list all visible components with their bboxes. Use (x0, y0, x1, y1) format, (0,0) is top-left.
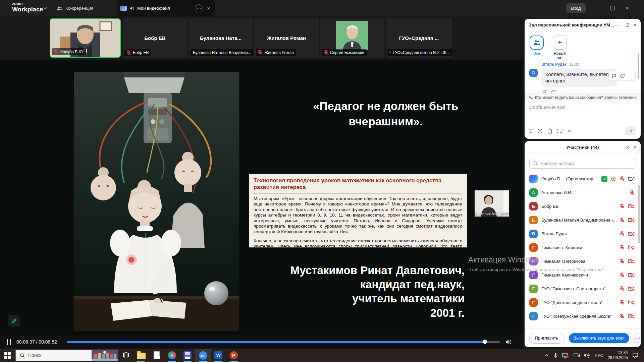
mic-off-icon[interactable] (619, 258, 625, 264)
tray-expand-icon[interactable] (544, 354, 549, 357)
volume-icon[interactable] (584, 353, 590, 358)
participant-row[interactable]: ГГУО "Довская средняя школа" (525, 296, 638, 309)
participant-row[interactable]: ВВіталь Рудак (525, 227, 638, 241)
floating-video-thumbnail[interactable]: Виктория Мастабай (475, 190, 509, 217)
camera-off-icon[interactable] (628, 231, 635, 237)
participants-more-button[interactable]: ··· (634, 333, 640, 343)
new-chat-button[interactable]: + Новый чат (552, 36, 567, 59)
video-tile[interactable]: Буланова Ната... Буланова Наталья Владим… (189, 18, 253, 58)
camera-icon[interactable] (628, 176, 635, 182)
video-tile[interactable]: Бобр ЕВ Бобр ЕВ (123, 18, 187, 58)
mic-off-icon[interactable] (619, 231, 625, 237)
camera-off-icon[interactable] (628, 245, 635, 250)
task-view-button[interactable] (118, 349, 133, 362)
format-text-icon[interactable]: T (529, 128, 533, 134)
zoom-app-button[interactable]: zm (195, 349, 211, 362)
volume-icon[interactable] (505, 339, 513, 345)
participants-close-icon[interactable]: × (634, 144, 637, 150)
annotate-pencil-button[interactable] (8, 315, 20, 327)
invite-button[interactable]: Пригласить (529, 333, 564, 344)
participant-row[interactable]: ББобр ЕВ (525, 199, 638, 213)
mic-off-icon[interactable] (619, 272, 625, 278)
reply-icon[interactable] (612, 74, 617, 78)
participant-row[interactable]: ГГУО "Средняя школа №2 г.Ельска" (525, 323, 638, 324)
mic-off-icon[interactable] (619, 176, 625, 182)
mic-off-icon[interactable] (619, 217, 625, 223)
tab-close-icon[interactable]: × (206, 5, 211, 11)
screen-recording-icon[interactable] (562, 353, 569, 358)
language-indicator[interactable]: РУС (595, 353, 603, 358)
start-button[interactable] (0, 349, 15, 362)
microphone-icon[interactable] (553, 353, 558, 358)
seek-bar[interactable] (67, 341, 500, 343)
tab-meeting[interactable]: Конференция (52, 0, 98, 16)
mute-all-button[interactable]: Выключить звук для всех (569, 333, 629, 343)
tab-video-active[interactable]: Мой видеофайл ··· × (117, 0, 215, 16)
save-app-button[interactable] (180, 349, 195, 362)
mic-off-icon[interactable] (619, 245, 625, 250)
show-desktop-button[interactable] (642, 349, 644, 362)
participant-row[interactable]: ААстапенко И.И. (525, 186, 638, 199)
pop-out-icon[interactable] (625, 145, 630, 150)
notepad-button[interactable] (149, 349, 164, 362)
message-more-icon[interactable]: ··· (629, 74, 632, 78)
chat-filter-all[interactable]: Все (529, 36, 544, 55)
tab-more-icon[interactable]: ··· (195, 4, 203, 12)
taskbar-search-input[interactable] (28, 352, 72, 358)
pop-out-icon[interactable] (625, 23, 630, 27)
notifications-icon[interactable] (632, 353, 638, 358)
mic-off-icon[interactable] (619, 313, 625, 319)
video-tile[interactable]: Жигалов Роман Жигалов Роман (254, 18, 319, 58)
clock[interactable]: 12:34 29.09.2025 (608, 350, 628, 360)
participant-row[interactable]: ГГимназия г. Хойники (525, 241, 638, 254)
send-button[interactable] (625, 126, 636, 135)
participant-row[interactable]: ББуланова Наталья Владимировна -... (525, 213, 638, 227)
participants-scrollbar[interactable] (638, 185, 640, 243)
participant-row[interactable]: Кацуба В.... (Организатор, я)↑ (525, 172, 638, 186)
taskbar-search[interactable] (15, 350, 118, 361)
participant-row[interactable]: ГГимназия Калинковичи (525, 268, 638, 282)
camera-off-icon[interactable] (628, 300, 635, 305)
video-tile-active-speaker[interactable]: Кацуба В.Ю. (50, 18, 121, 58)
network-icon[interactable] (573, 353, 580, 358)
chat-more-icon[interactable]: ··· (616, 23, 621, 27)
mic-off-icon[interactable] (619, 300, 625, 305)
camera-off-icon[interactable] (628, 217, 635, 223)
word-button[interactable]: W (211, 349, 226, 362)
participant-row[interactable]: ГГУО "Козелужская средняя школа" (525, 309, 638, 323)
camera-off-icon[interactable] (628, 258, 635, 264)
participant-row[interactable]: ГГимназия г.Петрикова (525, 254, 638, 268)
emoji-icon[interactable] (537, 128, 543, 134)
video-tile[interactable]: ГУО«Средняя ... ГУО«Средняя школа №2 г.Ж… (386, 18, 452, 58)
login-button[interactable]: Вход (566, 3, 586, 13)
camera-off-icon[interactable] (628, 313, 635, 319)
camera-off-icon[interactable] (628, 286, 635, 292)
chat-scrollbar[interactable] (638, 54, 639, 79)
file-explorer-button[interactable] (133, 349, 149, 362)
participant-search-box[interactable] (529, 158, 636, 169)
chat-close-icon[interactable]: × (634, 22, 637, 28)
camera-off-icon[interactable] (628, 203, 635, 209)
mic-off-icon[interactable] (619, 203, 625, 209)
attach-file-icon[interactable] (547, 128, 552, 134)
screenshot-icon[interactable] (557, 128, 563, 134)
pause-button[interactable] (7, 339, 11, 345)
video-tile[interactable]: Сергей Быковский (320, 18, 384, 58)
window-maximize-button[interactable] (605, 0, 619, 16)
chrome-button[interactable] (164, 349, 180, 362)
add-reaction-icon[interactable] (620, 73, 625, 78)
search-input[interactable] (540, 161, 632, 166)
window-minimize-button[interactable]: — (590, 0, 604, 16)
mic-off-icon[interactable] (619, 286, 625, 292)
chat-composer[interactable]: Сообщение все T (525, 101, 641, 139)
search-highlight-image[interactable] (92, 350, 118, 361)
chevron-down-icon[interactable] (568, 130, 571, 132)
camera-off-icon[interactable] (628, 272, 635, 278)
participant-row[interactable]: ГГУО "Гимназия г. Светлогорска" (525, 282, 638, 296)
mic-off-icon[interactable] (629, 190, 635, 195)
powerpoint-button[interactable]: P (226, 349, 241, 362)
seek-handle[interactable] (483, 340, 487, 344)
message-bubble[interactable]: Коллеги, извините, вылетел интернет (541, 69, 617, 87)
chevron-down-icon[interactable] (43, 7, 48, 10)
window-close-button[interactable]: × (621, 0, 634, 16)
